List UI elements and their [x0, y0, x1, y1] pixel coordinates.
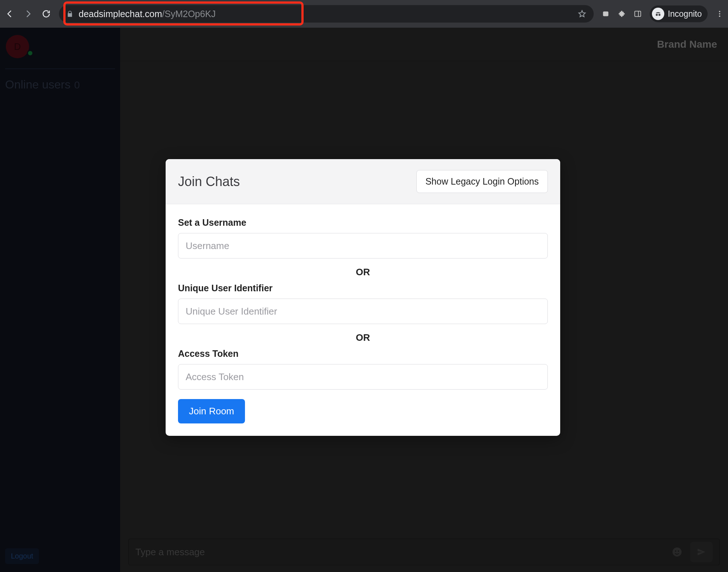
nav-buttons	[4, 8, 52, 19]
url-path: /SyM2Op6KJ	[162, 9, 215, 19]
legacy-login-button[interactable]: Show Legacy Login Options	[416, 170, 548, 193]
username-label: Set a Username	[178, 217, 548, 228]
incognito-icon	[652, 8, 664, 20]
brand-name: Brand Name	[657, 39, 717, 50]
online-users-label: Online users	[5, 78, 71, 91]
uuid-label: Unique User Identifier	[178, 283, 548, 293]
composer-placeholder: Type a message	[135, 547, 205, 558]
join-modal: Join Chats Show Legacy Login Options Set…	[166, 159, 560, 436]
svg-point-9	[675, 551, 677, 552]
send-button[interactable]	[690, 542, 713, 562]
svg-rect-1	[634, 11, 641, 17]
user-avatar[interactable]: D	[6, 35, 29, 58]
svg-point-7	[719, 16, 720, 17]
browser-toolbar: deadsimplechat.com/SyM2Op6KJ Incognito	[0, 0, 728, 28]
avatar-initial: D	[14, 41, 21, 52]
logout-label: Logout	[11, 552, 33, 560]
svg-point-4	[658, 14, 661, 16]
message-composer[interactable]: Type a message	[128, 539, 720, 565]
join-room-label: Join Room	[189, 406, 234, 417]
url-domain: deadsimplechat.com	[79, 9, 162, 19]
uuid-input[interactable]	[178, 299, 548, 324]
modal-body: Set a Username OR Unique User Identifier…	[166, 204, 560, 436]
kebab-menu-icon[interactable]	[716, 10, 724, 18]
modal-header: Join Chats Show Legacy Login Options	[166, 159, 560, 204]
reload-button[interactable]	[41, 8, 52, 19]
sidebar: D Online users 0 Logout	[0, 28, 120, 572]
forward-button[interactable]	[23, 8, 33, 19]
avatar-row: D	[5, 33, 115, 66]
sidebar-divider	[5, 68, 115, 69]
svg-point-3	[656, 14, 658, 16]
svg-point-6	[719, 13, 720, 15]
panel-icon[interactable]	[634, 10, 642, 18]
incognito-label: Incognito	[668, 9, 702, 19]
svg-point-5	[719, 11, 720, 12]
svg-rect-0	[603, 12, 608, 16]
token-input[interactable]	[178, 364, 548, 390]
join-room-button[interactable]: Join Room	[178, 399, 245, 423]
online-users-heading: Online users 0	[5, 78, 115, 91]
username-input[interactable]	[178, 233, 548, 259]
or-divider-2: OR	[178, 332, 548, 343]
logout-button[interactable]: Logout	[5, 548, 39, 564]
modal-title: Join Chats	[178, 174, 240, 189]
svg-point-10	[678, 551, 679, 552]
address-bar[interactable]: deadsimplechat.com/SyM2Op6KJ	[59, 5, 594, 23]
emoji-icon[interactable]	[670, 545, 684, 559]
bookmark-star-icon[interactable]	[578, 9, 586, 18]
shield-icon[interactable]	[602, 10, 610, 18]
toolbar-right: Incognito	[602, 5, 724, 22]
presence-dot	[27, 50, 33, 56]
extensions-icon[interactable]	[618, 10, 626, 18]
lock-icon	[66, 10, 74, 17]
token-label: Access Token	[178, 348, 548, 359]
or-divider-1: OR	[178, 267, 548, 278]
svg-point-8	[673, 548, 682, 557]
page-body: D Online users 0 Logout Brand Name Type …	[0, 28, 728, 572]
back-button[interactable]	[4, 8, 15, 19]
online-users-count: 0	[74, 79, 80, 91]
main-header: Brand Name	[120, 28, 728, 61]
legacy-login-label: Show Legacy Login Options	[426, 176, 539, 186]
incognito-indicator[interactable]: Incognito	[650, 5, 708, 22]
